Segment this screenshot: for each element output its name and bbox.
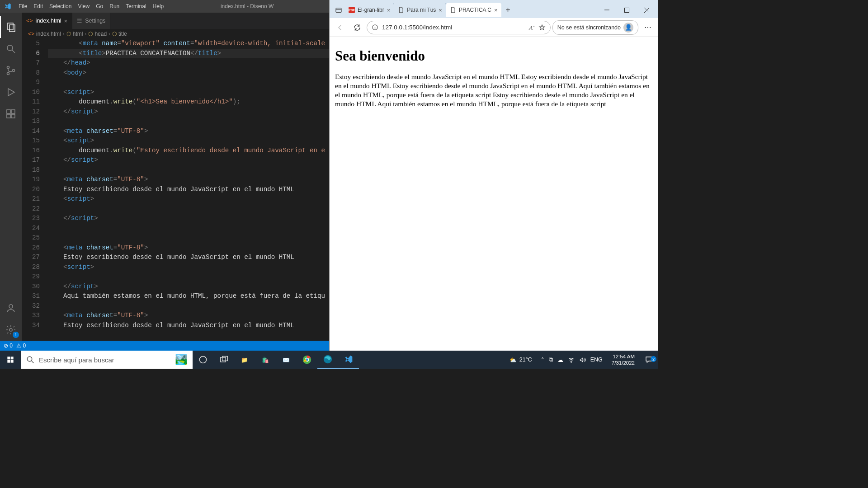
status-warnings[interactable]: ⚠ 0 bbox=[16, 343, 26, 349]
menu-file[interactable]: File bbox=[15, 3, 30, 9]
pdf-icon: PDF bbox=[349, 7, 355, 13]
source-control-icon[interactable] bbox=[0, 60, 22, 81]
code-line[interactable]: Aquí también estamos en el mundo HTML, p… bbox=[48, 291, 329, 301]
status-errors[interactable]: ⊘ 0 bbox=[4, 343, 13, 349]
breadcrumb-item[interactable]: title bbox=[118, 31, 127, 37]
code-line[interactable]: <script> bbox=[48, 136, 329, 146]
back-button[interactable] bbox=[332, 20, 348, 35]
tab-index-html[interactable]: <>index.html× bbox=[22, 13, 72, 29]
breadcrumb-item[interactable]: index.html bbox=[36, 31, 61, 37]
line-number: 5 bbox=[22, 39, 40, 49]
menu-selection[interactable]: Selection bbox=[46, 3, 75, 9]
volume-icon[interactable] bbox=[579, 357, 586, 363]
code-line[interactable]: <meta charset="UTF-8"> bbox=[48, 243, 329, 253]
code-line[interactable]: Estoy escribiendo desde el mundo JavaScr… bbox=[48, 253, 329, 263]
extensions-icon[interactable] bbox=[0, 103, 22, 125]
mail-icon[interactable]: ✉️ bbox=[276, 351, 297, 369]
tab-settings[interactable]: ☰Settings bbox=[72, 13, 110, 29]
menu-view[interactable]: View bbox=[75, 3, 93, 9]
menu-edit[interactable]: Edit bbox=[30, 3, 46, 9]
code-line[interactable] bbox=[48, 224, 329, 234]
code-line[interactable] bbox=[48, 204, 329, 214]
code-line[interactable]: <script> bbox=[48, 88, 329, 98]
code-line[interactable]: Estoy escribiendo desde el mundo JavaScr… bbox=[48, 321, 329, 331]
line-number: 13 bbox=[22, 117, 40, 127]
start-button[interactable] bbox=[0, 351, 21, 369]
new-tab-button[interactable]: + bbox=[501, 5, 515, 15]
code-line[interactable]: <script> bbox=[48, 194, 329, 204]
read-aloud-icon[interactable]: A» bbox=[529, 23, 535, 32]
code-line[interactable]: <meta charset="UTF-8"> bbox=[48, 175, 329, 185]
sync-button[interactable]: No se está sincronizando 👤 bbox=[552, 20, 638, 35]
code-line[interactable]: <meta charset="UTF-8"> bbox=[48, 127, 329, 136]
breadcrumb-item[interactable]: head bbox=[94, 31, 107, 37]
site-info-icon[interactable] bbox=[372, 24, 378, 31]
menu-terminal[interactable]: Terminal bbox=[123, 3, 149, 9]
settings-gear-icon[interactable] bbox=[0, 319, 22, 341]
breadcrumb[interactable]: <> index.html ›⬡ html ›⬡ head ›⬡ title bbox=[22, 29, 329, 39]
language-indicator[interactable]: ENG bbox=[590, 357, 603, 363]
account-icon[interactable] bbox=[0, 297, 22, 319]
code-line[interactable]: <body> bbox=[48, 68, 329, 78]
code-line[interactable]: <meta charset="UTF-8"> bbox=[48, 311, 329, 321]
cloud-icon[interactable]: ☁ bbox=[557, 357, 563, 363]
code-line[interactable]: </script> bbox=[48, 107, 329, 117]
breadcrumb-item[interactable]: html bbox=[73, 31, 83, 37]
browser-tab[interactable]: PRACTICA C× bbox=[446, 3, 501, 17]
favorite-icon[interactable] bbox=[538, 24, 546, 31]
code-line[interactable] bbox=[48, 301, 329, 311]
edge-icon[interactable] bbox=[317, 351, 338, 369]
run-debug-icon[interactable] bbox=[0, 81, 22, 103]
taskview-icon[interactable] bbox=[213, 351, 234, 369]
code-line[interactable]: </script> bbox=[48, 282, 329, 292]
chrome-icon[interactable] bbox=[297, 351, 317, 369]
close-icon[interactable]: × bbox=[387, 7, 391, 14]
code-line[interactable]: </head> bbox=[48, 58, 329, 68]
menu-button[interactable]: ⋯ bbox=[640, 20, 656, 35]
cortana-icon[interactable] bbox=[193, 351, 213, 369]
code-line[interactable]: <meta name="viewport" content="width=dev… bbox=[48, 39, 329, 49]
code-editor[interactable]: 5678910111213141516171819202122232425262… bbox=[22, 39, 329, 341]
weather-icon: ⛅ bbox=[509, 357, 517, 363]
code-line[interactable]: </script> bbox=[48, 214, 329, 224]
address-bar[interactable]: 127.0.0.1:5500/index.html A» bbox=[367, 21, 551, 34]
browser-tab[interactable]: PDFEl-gran-libr× bbox=[345, 3, 394, 17]
notifications-icon[interactable] bbox=[639, 356, 658, 364]
minimize-button[interactable] bbox=[597, 3, 617, 17]
code-line[interactable] bbox=[48, 233, 329, 243]
refresh-button[interactable] bbox=[349, 20, 365, 35]
taskbar-search[interactable]: Escribe aquí para buscar 🏞️ bbox=[21, 351, 193, 369]
tab-actions-icon[interactable] bbox=[332, 2, 345, 18]
onedrive-icon[interactable]: ⧉ bbox=[549, 357, 553, 363]
wifi-icon[interactable] bbox=[568, 357, 575, 363]
weather-widget[interactable]: ⛅ 21°C bbox=[505, 357, 537, 363]
close-button[interactable] bbox=[637, 3, 656, 17]
maximize-button[interactable] bbox=[617, 3, 637, 17]
code-line[interactable]: document.write("<h1>Sea bienvenido</h1>"… bbox=[48, 97, 329, 107]
close-icon[interactable]: × bbox=[64, 18, 68, 24]
search-icon[interactable] bbox=[0, 38, 22, 60]
close-icon[interactable]: × bbox=[439, 7, 442, 14]
code-line[interactable] bbox=[48, 117, 329, 127]
menu-go[interactable]: Go bbox=[93, 3, 106, 9]
ms-store-icon[interactable]: 🛍️ bbox=[255, 351, 276, 369]
browser-tab[interactable]: Para mi Tus× bbox=[394, 3, 446, 17]
code-line[interactable]: document.write("Estoy escribiendo desde … bbox=[48, 146, 329, 156]
system-tray[interactable]: ˄ ⧉ ☁ ENG bbox=[537, 357, 607, 363]
chevron-up-icon[interactable]: ˄ bbox=[541, 357, 544, 363]
clock[interactable]: 12:54 AM 7/31/2022 bbox=[607, 353, 639, 366]
code-line[interactable] bbox=[48, 78, 329, 88]
code-line[interactable]: Estoy escribiendo desde el mundo JavaScr… bbox=[48, 185, 329, 195]
vscode-taskbar-icon[interactable] bbox=[338, 351, 359, 369]
code-line[interactable]: <title>PRACTICA CONCATENACION</title> bbox=[48, 49, 329, 59]
menu-run[interactable]: Run bbox=[106, 3, 123, 9]
close-icon[interactable]: × bbox=[494, 7, 498, 14]
code-line[interactable] bbox=[48, 165, 329, 175]
menu-help[interactable]: Help bbox=[150, 3, 167, 9]
svg-point-2 bbox=[7, 45, 13, 51]
code-line[interactable]: </script> bbox=[48, 155, 329, 165]
file-explorer-icon[interactable]: 📁 bbox=[234, 351, 255, 369]
code-line[interactable]: <script> bbox=[48, 263, 329, 272]
code-line[interactable] bbox=[48, 272, 329, 282]
explorer-icon[interactable] bbox=[0, 16, 22, 38]
